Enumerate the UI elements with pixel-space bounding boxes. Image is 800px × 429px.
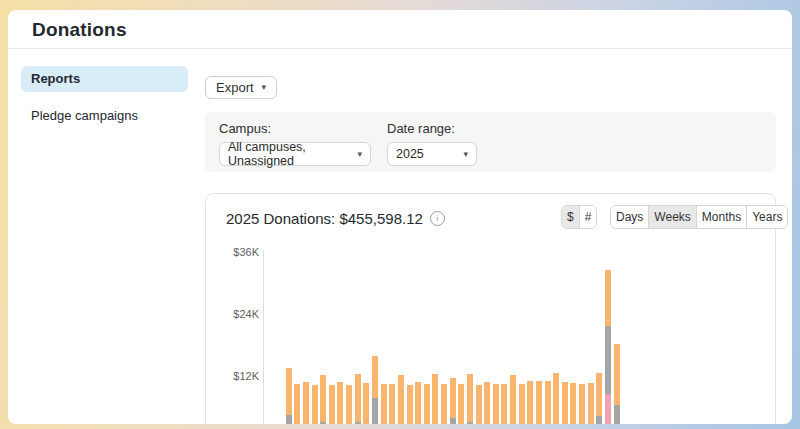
caret-down-icon: ▾: [262, 83, 267, 92]
bar-week-30[interactable]: [536, 381, 542, 424]
date-range-select[interactable]: 2025 ▾: [387, 142, 477, 166]
bar-week-4[interactable]: [312, 385, 318, 424]
bar-week-15[interactable]: [407, 385, 413, 424]
bar-segment: [536, 381, 542, 424]
bar-segment: [605, 326, 611, 394]
bar-segment: [398, 375, 404, 424]
bar-week-2[interactable]: [294, 384, 300, 424]
bar-segment: [467, 422, 473, 424]
bar-segment: [407, 385, 413, 424]
bar-week-17[interactable]: [424, 384, 430, 424]
filter-panel: Campus: All campuses, Unassigned ▾ Date …: [205, 112, 776, 172]
bar-week-6[interactable]: [329, 385, 335, 424]
bar-week-1[interactable]: [286, 368, 292, 424]
bar-segment: [476, 385, 482, 424]
bar-week-32[interactable]: [553, 373, 559, 424]
sidebar-item-reports[interactable]: Reports: [21, 66, 188, 92]
bar-segment: [501, 384, 507, 424]
bar-segment: [303, 382, 309, 424]
campus-select[interactable]: All campuses, Unassigned ▾: [219, 142, 371, 166]
bar-week-23[interactable]: [476, 385, 482, 424]
bar-week-13[interactable]: [389, 384, 395, 424]
bar-segment: [510, 375, 516, 424]
bar-segment: [467, 374, 473, 422]
bar-week-10[interactable]: [363, 383, 369, 424]
bar-week-19[interactable]: [441, 384, 447, 424]
bar-week-36[interactable]: [588, 383, 594, 424]
bar-segment: [570, 383, 576, 424]
bar-week-38[interactable]: [605, 270, 611, 424]
bar-segment: [312, 385, 318, 424]
caret-down-icon: ▾: [463, 150, 468, 159]
caret-down-icon: ▾: [357, 150, 362, 159]
bar-week-24[interactable]: [484, 382, 490, 424]
date-range-select-value: 2025: [396, 147, 424, 161]
bar-week-25[interactable]: [493, 384, 499, 424]
bar-week-18[interactable]: [432, 374, 438, 424]
bar-week-35[interactable]: [579, 384, 585, 424]
bar-week-27[interactable]: [510, 375, 516, 424]
campus-label: Campus:: [219, 121, 371, 136]
bar-segment: [432, 374, 438, 424]
y-axis-tick: $36K: [206, 246, 259, 258]
bar-week-22[interactable]: [467, 374, 473, 424]
campus-select-value: All campuses, Unassigned: [228, 140, 357, 168]
bar-segment: [372, 398, 378, 424]
y-axis-line: [263, 251, 264, 424]
bar-segment: [519, 384, 525, 424]
page-title: Donations: [32, 19, 127, 41]
bar-segment: [579, 384, 585, 424]
bar-segment: [320, 375, 326, 422]
bar-week-7[interactable]: [337, 382, 343, 424]
bar-week-31[interactable]: [545, 381, 551, 424]
bar-segment: [605, 394, 611, 424]
bar-segment: [372, 356, 378, 398]
bar-week-28[interactable]: [519, 384, 525, 424]
bar-segment: [596, 416, 602, 424]
bar-segment: [329, 385, 335, 424]
donations-chart-card: 2025 Donations: $455,598.12 i $# DaysWee…: [205, 193, 776, 424]
bar-segment: [562, 382, 568, 424]
bar-segment: [381, 384, 387, 424]
bar-segment: [605, 270, 611, 327]
bar-week-3[interactable]: [303, 382, 309, 424]
bar-week-21[interactable]: [458, 384, 464, 424]
bar-week-39[interactable]: [614, 344, 620, 424]
bar-week-14[interactable]: [398, 375, 404, 424]
bar-week-37[interactable]: [596, 373, 602, 424]
chart-plot: $36K$24K$12K: [206, 194, 775, 424]
bar-week-34[interactable]: [570, 383, 576, 424]
bar-segment: [320, 422, 326, 424]
bar-week-20[interactable]: [450, 378, 456, 424]
sidebar-item-label: Pledge campaigns: [31, 108, 138, 123]
bar-segment: [286, 415, 292, 424]
y-axis-tick: $24K: [206, 308, 259, 320]
bar-week-8[interactable]: [346, 385, 352, 424]
page-frame: Donations Reports Pledge campaigns Expor…: [0, 0, 800, 429]
export-button[interactable]: Export ▾: [205, 76, 277, 99]
bar-segment: [286, 368, 292, 415]
bar-segment: [415, 382, 421, 424]
export-button-label: Export: [216, 80, 254, 95]
bar-week-29[interactable]: [527, 381, 533, 424]
bar-week-16[interactable]: [415, 382, 421, 424]
bar-segment: [553, 373, 559, 424]
bar-week-12[interactable]: [381, 384, 387, 424]
bar-week-9[interactable]: [355, 374, 361, 424]
date-range-label: Date range:: [387, 121, 477, 136]
bar-week-11[interactable]: [372, 356, 378, 424]
bar-segment: [527, 381, 533, 424]
bar-segment: [450, 418, 456, 424]
bar-segment: [545, 381, 551, 424]
bar-segment: [614, 344, 620, 405]
sidebar-item-label: Reports: [31, 71, 80, 86]
bar-segment: [363, 383, 369, 424]
bar-segment: [355, 374, 361, 422]
app-header: Donations: [8, 10, 792, 49]
bar-week-33[interactable]: [562, 382, 568, 424]
bar-week-5[interactable]: [320, 375, 326, 424]
bar-segment: [355, 422, 361, 424]
bar-week-26[interactable]: [501, 384, 507, 424]
bar-segment: [596, 373, 602, 416]
sidebar-item-pledge-campaigns[interactable]: Pledge campaigns: [21, 103, 188, 129]
